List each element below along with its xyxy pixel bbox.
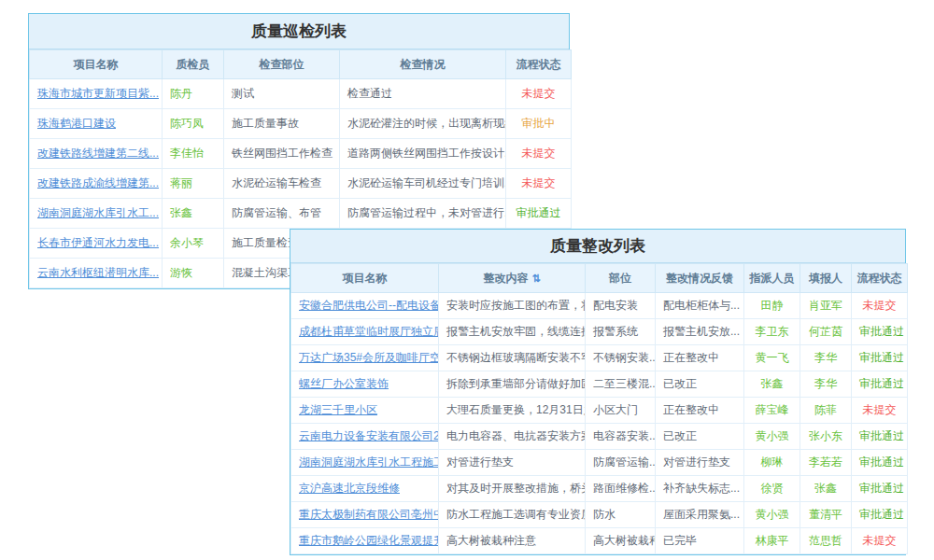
project-name-link[interactable]: 重庆太极制药有限公司亳州中... — [291, 502, 439, 528]
inspection-situation: 水泥砼运输车司机经过专门培训... — [340, 169, 506, 199]
table-row: 改建铁路成渝线增建第...蒋丽水泥砼运输车检查水泥砼运输车司机经过专门培训...… — [30, 169, 572, 199]
reporter-name: 陈菲 — [800, 398, 852, 424]
assignee-name: 黄小强 — [744, 502, 800, 528]
rectify-feedback: 配电柜柜体与... — [656, 293, 744, 319]
rectify-part: 小区大门 — [586, 398, 656, 424]
sort-icon[interactable]: ⇅ — [531, 273, 540, 284]
reporter-name: 范思哲 — [800, 528, 852, 554]
project-name-link[interactable]: 龙湖三千里小区 — [291, 398, 439, 424]
status-text: 未提交 — [852, 528, 908, 554]
inspection-situation: 检查通过 — [340, 79, 506, 109]
col-header-content-label: 整改内容 — [483, 272, 528, 285]
reporter-name: 张小东 — [800, 424, 852, 450]
inspection-part: 铁丝网围挡工作检查 — [224, 139, 340, 169]
assignee-name: 张鑫 — [744, 371, 800, 398]
status-text: 审批通过 — [506, 199, 572, 229]
status-text: 审批通过 — [852, 345, 908, 371]
assignee-name: 林康平 — [744, 528, 800, 554]
assignee-name: 田静 — [744, 293, 800, 319]
inspection-part: 水泥砼运输车检查 — [224, 169, 340, 199]
project-name-link[interactable]: 改建铁路线增建第二线... — [30, 139, 163, 169]
project-name-link[interactable]: 珠海市城市更新项目紫... — [30, 79, 163, 109]
project-name-link[interactable]: 安徽合肥供电公司--配电设备... — [291, 293, 439, 319]
rectify-feedback: 已改正 — [656, 371, 744, 398]
col-header-part: 部位 — [586, 264, 656, 293]
project-name-link[interactable]: 长春市伊通河水力发电... — [30, 229, 163, 259]
table-row: 珠海鹤港口建设陈巧凤施工质量事故水泥砼灌注的时候，出现离析现象审批中 — [30, 109, 572, 139]
rectification-table-body: 安徽合肥供电公司--配电设备...安装时应按施工图的布置，将...配电安装配电柜… — [291, 293, 908, 554]
col-header-inspector: 质检员 — [163, 50, 224, 79]
col-header-assignee: 指派人员 — [744, 264, 800, 293]
project-name-link[interactable]: 重庆市鹅岭公园绿化景观提升... — [291, 528, 439, 554]
col-header-project: 项目名称 — [30, 50, 163, 79]
reporter-name: 张鑫 — [800, 476, 852, 502]
table-row: 成都杜甫草堂临时展厅独立展...报警主机安放牢固，线缆连接...报警系统报警主机… — [291, 319, 908, 345]
reporter-name: 肖亚军 — [800, 293, 852, 319]
table-row: 云南电力设备安装有限公司20...电力电容器、电抗器安装方案...电容器安装..… — [291, 424, 908, 450]
col-header-status: 流程状态 — [852, 264, 908, 293]
inspection-situation: 道路两侧铁丝网围挡工作按设计... — [340, 139, 506, 169]
status-text: 审批通过 — [852, 502, 908, 528]
inspection-header-row: 项目名称 质检员 检查部位 检查情况 流程状态 — [30, 50, 572, 79]
status-text: 审批中 — [506, 109, 572, 139]
status-text: 未提交 — [506, 139, 572, 169]
rectify-part: 二至三楼混... — [586, 371, 656, 398]
project-name-link[interactable]: 珠海鹤港口建设 — [30, 109, 163, 139]
reporter-name: 董清平 — [800, 502, 852, 528]
assignee-name: 黄小强 — [744, 424, 800, 450]
inspector-name: 张鑫 — [163, 199, 224, 229]
inspector-name: 游恢 — [163, 259, 224, 288]
project-name-link[interactable]: 万达广场35#会所及咖啡厅空... — [291, 345, 439, 371]
assignee-name: 薛宝峰 — [744, 398, 800, 424]
rectify-part: 路面维修检... — [586, 476, 656, 502]
inspection-situation: 水泥砼灌注的时候，出现离析现象 — [340, 109, 506, 139]
project-name-link[interactable]: 京沪高速北京段维修 — [291, 476, 439, 502]
status-text: 未提交 — [506, 79, 572, 109]
inspection-part: 防腐管运输、布管 — [224, 199, 340, 229]
assignee-name: 李卫东 — [744, 319, 800, 345]
rectify-part: 不锈钢安装... — [586, 345, 656, 371]
col-header-feedback: 整改情况反馈 — [656, 264, 744, 293]
project-name-link[interactable]: 湖南洞庭湖水库引水工... — [30, 199, 163, 229]
project-name-link[interactable]: 云南水利枢纽潜明水库... — [30, 259, 163, 288]
status-text: 审批通过 — [852, 319, 908, 345]
rectify-content: 安装时应按施工图的布置，将... — [439, 293, 586, 319]
project-name-link[interactable]: 改建铁路成渝线增建第... — [30, 169, 163, 199]
rectify-content: 报警主机安放牢固，线缆连接... — [439, 319, 586, 345]
col-header-part: 检查部位 — [224, 50, 340, 79]
status-text: 未提交 — [852, 293, 908, 319]
table-row: 湖南洞庭湖水库引水工程施工...对管进行垫支防腐管运输...对管进行垫支柳琳李若… — [291, 450, 908, 476]
rectify-part: 配电安装 — [586, 293, 656, 319]
rectification-header-row: 项目名称 整改内容⇅ 部位 整改情况反馈 指派人员 填报人 流程状态 — [291, 264, 908, 293]
table-row: 安徽合肥供电公司--配电设备...安装时应按施工图的布置，将...配电安装配电柜… — [291, 293, 908, 319]
assignee-name: 黄一飞 — [744, 345, 800, 371]
col-header-situation: 检查情况 — [340, 50, 506, 79]
reporter-name: 李华 — [800, 371, 852, 398]
inspection-part: 施工质量事故 — [224, 109, 340, 139]
col-header-reporter: 填报人 — [800, 264, 852, 293]
assignee-name: 徐贤 — [744, 476, 800, 502]
reporter-name: 李华 — [800, 345, 852, 371]
rectify-content: 大理石质量更换，12月31日之... — [439, 398, 586, 424]
rectify-content: 电力电容器、电抗器安装方案... — [439, 424, 586, 450]
table-row: 万达广场35#会所及咖啡厅空...不锈钢边框玻璃隔断安装不牢...不锈钢安装..… — [291, 345, 908, 371]
inspection-part: 测试 — [224, 79, 340, 109]
project-name-link[interactable]: 螺丝厂办公室装饰 — [291, 371, 439, 398]
table-row: 湖南洞庭湖水库引水工...张鑫防腐管运输、布管防腐管运输过程中，未对管进行...… — [30, 199, 572, 229]
rectify-feedback: 已完毕 — [656, 528, 744, 554]
rectification-list-title: 质量整改列表 — [290, 230, 905, 263]
status-text: 未提交 — [506, 169, 572, 199]
rectify-feedback: 对管进行垫支 — [656, 450, 744, 476]
rectify-feedback: 补齐缺失标志... — [656, 476, 744, 502]
status-text: 审批通过 — [852, 424, 908, 450]
rectify-feedback: 已改正 — [656, 424, 744, 450]
rectify-part: 防水 — [586, 502, 656, 528]
project-name-link[interactable]: 成都杜甫草堂临时展厅独立展... — [291, 319, 439, 345]
col-header-content[interactable]: 整改内容⇅ — [439, 264, 586, 293]
rectify-feedback: 屋面采用聚氨... — [656, 502, 744, 528]
rectify-content: 对其及时开展整改措施，桥头... — [439, 476, 586, 502]
project-name-link[interactable]: 云南电力设备安装有限公司20... — [291, 424, 439, 450]
rectify-part: 电容器安装... — [586, 424, 656, 450]
project-name-link[interactable]: 湖南洞庭湖水库引水工程施工... — [291, 450, 439, 476]
assignee-name: 柳琳 — [744, 450, 800, 476]
